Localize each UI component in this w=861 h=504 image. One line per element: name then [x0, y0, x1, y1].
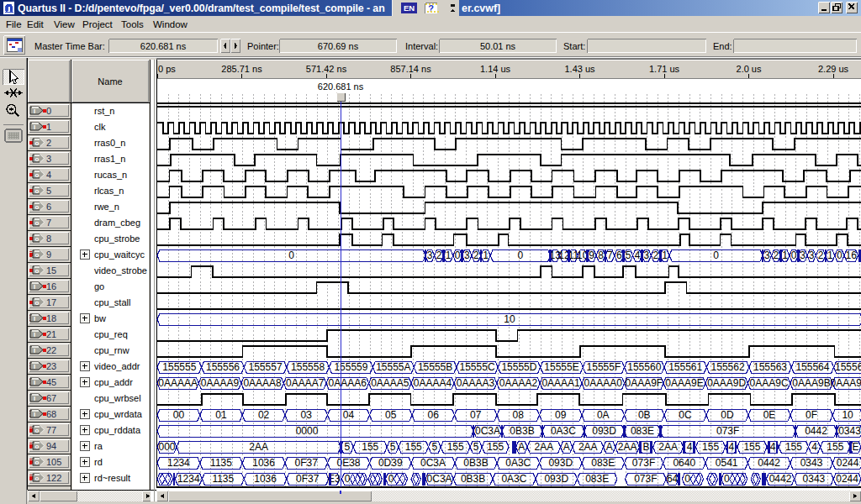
svg-text:Start:: Start:: [563, 41, 585, 51]
svg-text:8: 8: [598, 249, 604, 261]
svg-text:0244: 0244: [836, 473, 858, 485]
svg-text:1135: 1135: [212, 473, 234, 485]
svg-text:0AAAA2: 0AAAA2: [499, 377, 538, 389]
svg-text:155: 155: [405, 441, 422, 453]
svg-text:620.681 ns: 620.681 ns: [318, 81, 364, 92]
svg-text:093D: 093D: [592, 425, 616, 437]
svg-text:15: 15: [46, 265, 56, 276]
svg-text:073F: 073F: [634, 473, 657, 485]
svg-text:2: 2: [652, 249, 658, 261]
svg-text:I: I: [34, 315, 35, 323]
svg-text:o: o: [35, 267, 40, 275]
svg-text:04: 04: [343, 409, 355, 421]
svg-text:rras0_n: rras0_n: [94, 138, 125, 148]
svg-text:ra: ra: [94, 441, 103, 451]
svg-text:0E: 0E: [763, 409, 776, 421]
svg-text:o: o: [35, 475, 40, 482]
svg-text:15555C: 15555C: [460, 361, 495, 373]
svg-text:15555A: 15555A: [376, 361, 410, 373]
svg-text:6: 6: [616, 249, 622, 261]
svg-text:clk: clk: [94, 122, 106, 132]
svg-text:0AAAA8: 0AAAA8: [243, 377, 282, 389]
svg-text:Project: Project: [82, 19, 114, 29]
svg-text:o: o: [35, 219, 40, 227]
svg-text:6: 6: [46, 202, 51, 212]
svg-text:3: 3: [464, 249, 470, 261]
svg-text:0: 0: [518, 249, 524, 261]
svg-text:77: 77: [46, 425, 56, 435]
svg-text:093D: 093D: [544, 473, 568, 485]
svg-text:Name: Name: [98, 76, 122, 87]
svg-text:A: A: [518, 441, 525, 453]
svg-text:0: 0: [713, 249, 719, 261]
svg-text:0AAAA3: 0AAAA3: [457, 377, 495, 389]
svg-text:cpu_addr: cpu_addr: [94, 377, 133, 387]
svg-text:155: 155: [743, 441, 760, 453]
svg-text:0541: 0541: [716, 457, 738, 469]
svg-text:EN: EN: [404, 3, 415, 13]
svg-text:073F: 073F: [716, 425, 739, 437]
svg-text:I: I: [34, 123, 35, 131]
svg-text:o: o: [35, 427, 40, 434]
svg-text:0: 0: [388, 473, 394, 485]
svg-text:4: 4: [635, 249, 641, 261]
svg-text:620.681 ns: 620.681 ns: [140, 41, 187, 51]
svg-text:0AAAAA: 0AAAAA: [158, 377, 198, 389]
svg-text:0AAA9D: 0AAA9D: [707, 377, 746, 389]
svg-text:18: 18: [46, 313, 56, 323]
svg-text:0AAAA7: 0AAAA7: [286, 377, 325, 389]
svg-text:0AAA9A: 0AAA9A: [831, 377, 861, 389]
svg-text:2AA: 2AA: [618, 441, 637, 453]
svg-text:Master Time Bar:: Master Time Bar:: [34, 41, 105, 51]
svg-text:0: 0: [791, 249, 797, 261]
svg-text:cpu_waitcyc: cpu_waitcyc: [94, 249, 145, 260]
svg-text:End:: End:: [713, 41, 732, 51]
svg-text:083E: 083E: [631, 425, 654, 437]
svg-text:I: I: [34, 331, 35, 339]
svg-text:video_strobe: video_strobe: [94, 265, 147, 276]
svg-text:857.14 ns: 857.14 ns: [390, 64, 431, 74]
svg-text:3: 3: [644, 249, 650, 261]
svg-text:0AAAA4: 0AAAA4: [414, 377, 452, 389]
svg-text:09: 09: [555, 409, 567, 421]
svg-text:cpu_rnw: cpu_rnw: [94, 345, 129, 355]
svg-text:5: 5: [390, 441, 396, 453]
svg-text:rlcas_n: rlcas_n: [94, 186, 124, 196]
svg-text:06: 06: [428, 409, 440, 421]
svg-text:4: 4: [46, 170, 51, 180]
svg-text:0F37: 0F37: [296, 473, 320, 485]
svg-text:3: 3: [800, 249, 806, 261]
svg-text:68: 68: [46, 409, 56, 419]
svg-text:0: 0: [345, 473, 351, 485]
svg-text:000: 000: [158, 441, 175, 453]
svg-text:View: View: [54, 19, 75, 29]
svg-text:I: I: [34, 347, 35, 354]
svg-text:0C3A: 0C3A: [475, 425, 500, 437]
svg-text:Window: Window: [153, 19, 188, 29]
svg-text:8: 8: [46, 234, 51, 244]
svg-text:155557: 155557: [249, 361, 283, 373]
svg-text:cpu_rddata: cpu_rddata: [94, 425, 141, 435]
svg-text:2AA: 2AA: [249, 441, 268, 453]
svg-text:07: 07: [470, 409, 482, 421]
svg-text:155: 155: [447, 441, 464, 453]
svg-text:5: 5: [626, 249, 631, 261]
svg-text:rd~result: rd~result: [94, 473, 130, 483]
svg-text:1: 1: [662, 249, 668, 261]
svg-text:9: 9: [46, 249, 51, 260]
svg-text:A: A: [606, 441, 613, 453]
svg-text:15555B: 15555B: [418, 361, 452, 373]
svg-text:4: 4: [770, 441, 776, 453]
svg-text:er.cvwf]: er.cvwf]: [462, 3, 500, 14]
svg-text:0A3C: 0A3C: [505, 457, 531, 469]
svg-text:2.29 us: 2.29 us: [818, 64, 849, 74]
svg-text:0C: 0C: [679, 409, 692, 421]
svg-text:155556: 155556: [206, 361, 240, 373]
svg-text:0442: 0442: [769, 473, 792, 485]
svg-text:02: 02: [258, 409, 270, 421]
svg-text:15555D: 15555D: [501, 361, 536, 373]
svg-text:0AAAA6: 0AAAA6: [329, 377, 367, 389]
svg-text:cpu_wrdata: cpu_wrdata: [94, 409, 143, 419]
svg-text:155562: 155562: [711, 361, 745, 373]
svg-text:670.69 ns: 670.69 ns: [318, 41, 359, 51]
